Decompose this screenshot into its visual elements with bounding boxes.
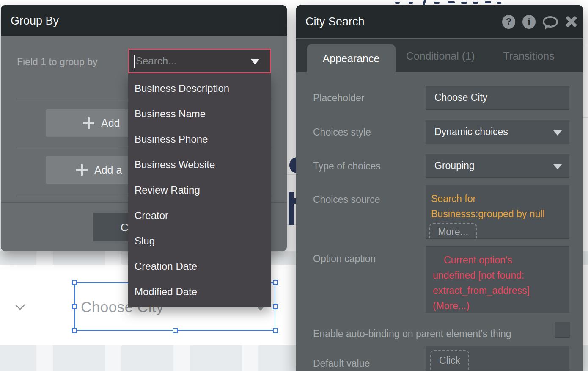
default-value-field: Click	[426, 346, 569, 371]
header-icon-group: ? i	[502, 5, 577, 38]
plus-icon	[76, 164, 88, 176]
more-button[interactable]: More...	[429, 223, 477, 239]
dropdown-option[interactable]: Slug	[128, 228, 271, 254]
selection-handle[interactable]	[72, 280, 77, 285]
selection-handle[interactable]	[72, 328, 77, 333]
canvas-section-line	[287, 174, 296, 175]
expression-error-text: extract_from_address]	[433, 283, 569, 298]
dropdown-option[interactable]: Business Description	[128, 76, 271, 101]
field-1-label: Field 1 to group by	[17, 56, 98, 68]
option-caption-expression[interactable]: Current option's undefined [not found: e…	[426, 246, 569, 313]
tab-bar: Appearance Conditional (1) Transitions	[296, 39, 583, 72]
canvas-section-line	[583, 47, 588, 47]
collapse-chevron-icon[interactable]	[15, 300, 25, 310]
dropdown-option[interactable]: Business Website	[128, 152, 271, 177]
default-value-label: Default value	[313, 358, 370, 369]
city-search-popup: City Search ? i Appearance Conditional (…	[296, 5, 583, 371]
dropdown-option[interactable]: Creator	[128, 203, 271, 228]
popup-title: City Search	[305, 15, 365, 28]
type-of-choices-select[interactable]: Grouping	[426, 154, 569, 178]
selection-handle[interactable]	[273, 280, 278, 285]
add-another-button-label: Add a	[94, 164, 122, 176]
plus-icon	[83, 117, 94, 129]
add-field-button-label: Add	[101, 117, 120, 129]
selection-handle[interactable]	[273, 328, 278, 333]
chevron-down-icon	[553, 164, 562, 169]
bubble-editor-canvas: Choose City Group By Field 1 to group by…	[0, 0, 588, 371]
auto-binding-label: Enable auto-binding on parent element's …	[313, 328, 511, 340]
choices-style-select[interactable]: Dynamic choices	[426, 120, 569, 144]
placeholder-label: Placeholder	[313, 92, 364, 104]
help-icon[interactable]: ?	[502, 15, 515, 29]
field-search-combobox[interactable]	[128, 49, 271, 73]
dropdown-caret-icon[interactable]	[250, 59, 260, 64]
city-search-popup-header: City Search ? i	[296, 5, 583, 38]
selection-handle[interactable]	[173, 328, 178, 333]
auto-binding-checkbox[interactable]	[555, 322, 570, 338]
expression-error-text: undefined [not found:	[433, 268, 569, 283]
comment-icon[interactable]	[543, 16, 558, 28]
dropdown-option[interactable]: Business Phone	[128, 127, 271, 152]
info-icon[interactable]: i	[522, 15, 536, 29]
dropdown-option[interactable]: Modified Date	[128, 279, 271, 305]
dropdown-option[interactable]: Business Name	[128, 101, 271, 127]
click-button[interactable]: Click	[430, 350, 469, 371]
field-dropdown-list: Business Description Business Name Busin…	[128, 73, 271, 307]
group-by-popup-header: Group By	[1, 5, 287, 36]
expression-error-text: (More...)	[433, 298, 569, 313]
type-of-choices-value: Grouping	[434, 160, 475, 171]
expression-error-text: Current option's	[433, 252, 569, 268]
tab-conditional[interactable]: Conditional (1)	[400, 39, 481, 72]
type-of-choices-label: Type of choices	[313, 161, 381, 172]
choices-source-label: Choices source	[313, 194, 380, 205]
expression-text: Search for	[431, 191, 569, 206]
placeholder-input[interactable]: Choose City	[426, 86, 569, 110]
close-icon[interactable]	[565, 16, 577, 28]
tab-transitions[interactable]: Transitions	[489, 39, 569, 72]
canvas-section-line	[583, 117, 588, 118]
expression-text: Businesss:grouped by null	[431, 206, 569, 221]
tab-appearance[interactable]: Appearance	[307, 44, 396, 72]
option-caption-label: Option caption	[313, 253, 376, 265]
choices-style-value: Dynamic choices	[434, 126, 508, 137]
chevron-down-icon	[553, 130, 562, 136]
selection-handle[interactable]	[72, 304, 77, 309]
popup-title: Group By	[11, 14, 59, 28]
selection-handle[interactable]	[273, 304, 278, 309]
choices-style-label: Choices style	[313, 127, 371, 138]
dropdown-option[interactable]: Creation Date	[128, 254, 271, 279]
search-input[interactable]	[135, 52, 249, 70]
dropdown-option[interactable]: Review Rating	[128, 177, 271, 203]
choices-source-expression[interactable]: Search for Businesss:grouped by null Mor…	[426, 185, 569, 239]
